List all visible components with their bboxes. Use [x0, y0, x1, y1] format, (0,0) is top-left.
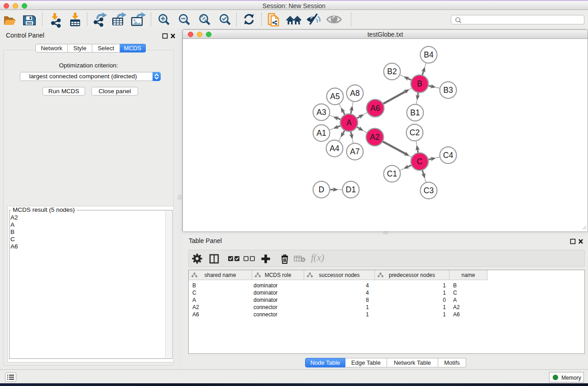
svg-text:C2: C2 — [410, 128, 420, 137]
svg-text:C4: C4 — [443, 151, 454, 160]
svg-text:D1: D1 — [346, 185, 356, 194]
svg-text:A1: A1 — [316, 129, 326, 138]
svg-text:A6: A6 — [370, 104, 380, 113]
svg-text:B1: B1 — [410, 108, 420, 117]
svg-text:A8: A8 — [350, 89, 359, 98]
svg-text:B4: B4 — [424, 50, 434, 59]
svg-text:B: B — [417, 79, 422, 88]
svg-text:C1: C1 — [387, 169, 397, 178]
svg-text:A: A — [346, 118, 352, 127]
svg-text:B2: B2 — [387, 67, 397, 76]
svg-text:A3: A3 — [316, 108, 326, 117]
svg-text:A4: A4 — [330, 144, 339, 153]
svg-text:A5: A5 — [330, 92, 339, 101]
svg-text:C3: C3 — [424, 186, 434, 195]
svg-text:B3: B3 — [443, 86, 453, 95]
svg-text:C: C — [417, 157, 423, 166]
svg-text:A7: A7 — [350, 147, 359, 156]
svg-text:D: D — [319, 185, 325, 194]
svg-text:A2: A2 — [370, 133, 379, 142]
